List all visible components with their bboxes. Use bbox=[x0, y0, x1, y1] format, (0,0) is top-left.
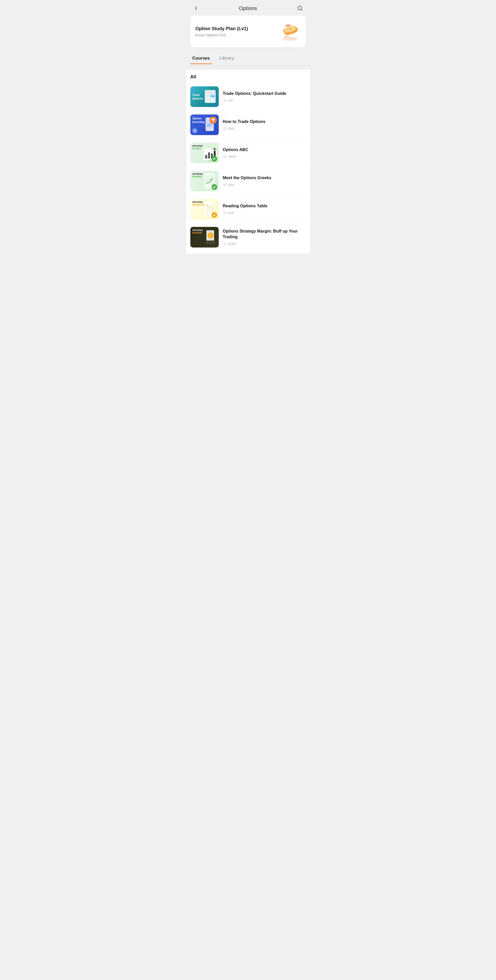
svg-point-58 bbox=[206, 241, 209, 244]
course-views: 1M bbox=[223, 99, 306, 103]
svg-text:$: $ bbox=[209, 234, 211, 237]
svg-rect-29 bbox=[208, 153, 210, 159]
course-thumbnail: OPTIONS BASICS bbox=[190, 143, 219, 163]
svg-rect-28 bbox=[205, 155, 207, 159]
course-views: 8289 bbox=[223, 242, 306, 246]
svg-point-59 bbox=[209, 241, 212, 244]
courses-section: All TradeOptions bbox=[186, 70, 310, 254]
svg-point-50 bbox=[209, 210, 211, 211]
course-thumbnail: OPTIONS MARGIN $ bbox=[190, 227, 219, 248]
tab-library[interactable]: Library bbox=[217, 52, 236, 64]
tab-courses[interactable]: Courses bbox=[190, 52, 212, 64]
page-title: Options bbox=[239, 5, 257, 11]
course-title: Options ABC bbox=[223, 147, 306, 153]
course-item[interactable]: OptionInvesting bbox=[190, 111, 306, 139]
course-thumbnail: TradeOptions bbox=[190, 86, 219, 107]
course-info: Reading Options Table 81K bbox=[223, 203, 306, 215]
svg-rect-33 bbox=[208, 160, 212, 161]
course-views: 66K bbox=[223, 183, 306, 187]
course-item[interactable]: OPTIONS BASICS bbox=[190, 139, 306, 167]
course-title: Meet the Options Greeks bbox=[223, 175, 306, 181]
search-button[interactable] bbox=[297, 5, 304, 12]
study-plan-icon: Lv1 Options bbox=[278, 21, 301, 42]
svg-rect-12 bbox=[206, 95, 209, 97]
svg-point-43 bbox=[207, 204, 208, 206]
thumb-label: OPTIONS BASICS bbox=[192, 145, 203, 150]
thumb-label: OptionInvesting bbox=[192, 116, 205, 124]
svg-line-1 bbox=[301, 9, 302, 10]
course-title: Options Strategy Margin: Buff up Your Tr… bbox=[223, 228, 306, 240]
svg-point-38 bbox=[210, 180, 212, 181]
svg-point-35 bbox=[225, 156, 225, 157]
study-plan-text: Option Study Plan (Lv1) Know Options Fir… bbox=[196, 26, 248, 37]
svg-rect-11 bbox=[205, 90, 215, 94]
course-thumbnail: OPTIONS GREEKS bbox=[190, 171, 219, 191]
svg-rect-15 bbox=[206, 100, 211, 101]
course-title: Trade Options: Quickstart Guide bbox=[223, 91, 306, 96]
course-info: Options ABC 363K bbox=[223, 147, 306, 159]
plan-title: Option Study Plan (Lv1) bbox=[196, 26, 248, 32]
course-item[interactable]: OPTIONS GREEKS bbox=[190, 167, 306, 195]
course-thumbnail: OPTIONS ESSENTIALS bbox=[190, 199, 219, 220]
tab-divider bbox=[186, 65, 310, 65]
section-title: All bbox=[190, 70, 306, 83]
plan-subtitle: Know Options First bbox=[196, 33, 248, 37]
course-info: Trade Options: Quickstart Guide 1M bbox=[223, 91, 306, 103]
svg-point-16 bbox=[225, 100, 225, 101]
svg-point-49 bbox=[207, 210, 208, 211]
course-thumbnail: OptionInvesting bbox=[190, 115, 219, 135]
svg-point-46 bbox=[207, 207, 208, 208]
back-button[interactable] bbox=[192, 5, 199, 12]
course-info: Options Strategy Margin: Buff up Your Tr… bbox=[223, 228, 306, 246]
svg-rect-37 bbox=[206, 175, 214, 185]
course-info: How to Trade Options 48K bbox=[223, 119, 306, 131]
header: Options bbox=[186, 0, 310, 16]
svg-point-44 bbox=[209, 204, 211, 206]
svg-marker-34 bbox=[214, 158, 215, 160]
svg-rect-19 bbox=[206, 129, 213, 129]
svg-point-61 bbox=[225, 243, 225, 244]
svg-point-26 bbox=[225, 128, 225, 129]
svg-point-51 bbox=[212, 210, 213, 211]
course-views: 81K bbox=[223, 211, 306, 215]
svg-point-48 bbox=[212, 207, 213, 208]
course-title: Reading Options Table bbox=[223, 203, 306, 209]
thumb-label: TradeOptions bbox=[192, 93, 203, 100]
thumb-label: OPTIONS GREEKS bbox=[192, 173, 203, 178]
course-info: Meet the Options Greeks 66K bbox=[223, 175, 306, 187]
course-item[interactable]: OPTIONS ESSENTIALS bbox=[190, 195, 306, 223]
course-views: 48K bbox=[223, 127, 306, 131]
course-item[interactable]: OPTIONS MARGIN $ Optio bbox=[190, 223, 306, 254]
svg-rect-14 bbox=[206, 98, 214, 99]
course-title: How to Trade Options bbox=[223, 119, 306, 124]
svg-point-45 bbox=[212, 204, 213, 206]
course-views: 363K bbox=[223, 155, 306, 159]
svg-point-53 bbox=[225, 212, 225, 213]
course-item[interactable]: TradeOptions Trade Opt bbox=[190, 83, 306, 111]
tabs: Courses Library bbox=[186, 52, 310, 64]
thumb-label: OPTIONS MARGIN bbox=[192, 229, 203, 234]
svg-point-60 bbox=[212, 241, 215, 244]
svg-marker-20 bbox=[211, 119, 215, 122]
svg-point-47 bbox=[209, 207, 211, 208]
study-plan-card[interactable]: Option Study Plan (Lv1) Know Options Fir… bbox=[190, 16, 306, 48]
svg-point-40 bbox=[225, 185, 225, 185]
